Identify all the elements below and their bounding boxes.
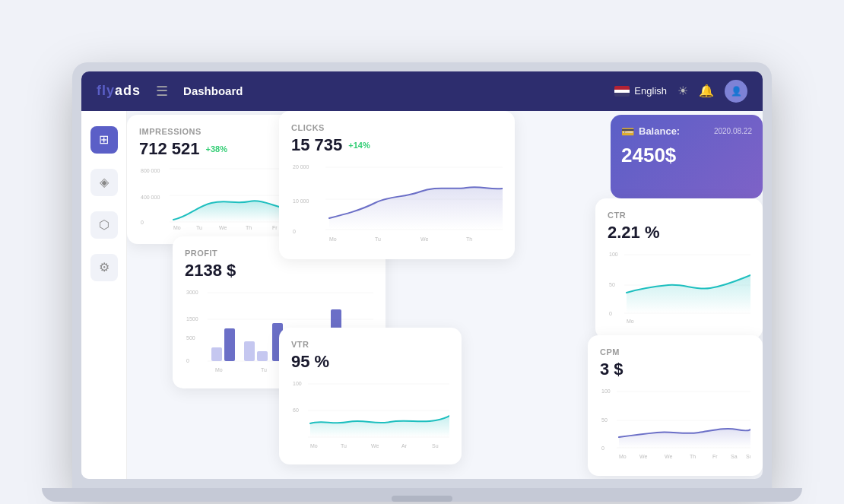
vtr-card: VTR 95 % 1 [279, 328, 462, 464]
svg-text:Tu: Tu [261, 367, 267, 372]
svg-text:We: We [219, 225, 227, 230]
svg-rect-39 [257, 351, 268, 361]
cpm-label: CPM [600, 347, 750, 357]
svg-text:3000: 3000 [186, 290, 198, 295]
svg-text:Su: Su [746, 454, 750, 459]
cpm-card: CPM 3 $ 10 [588, 335, 763, 476]
sidebar-item-analytics[interactable]: ⬡ [90, 211, 118, 239]
sidebar: ⊞ ◈ ⬡ ⚙ [81, 111, 127, 479]
svg-text:Sa: Sa [731, 454, 738, 459]
balance-value: 2450$ [621, 144, 752, 167]
svg-text:Mo: Mo [173, 225, 181, 230]
balance-date: 2020.08.22 [714, 127, 752, 135]
clicks-card: Clicks 15 735 +14% [279, 111, 515, 259]
svg-text:Su: Su [432, 443, 439, 449]
svg-text:We: We [665, 454, 672, 459]
svg-text:0: 0 [609, 311, 612, 316]
svg-text:Mo: Mo [627, 319, 634, 324]
svg-text:Tu: Tu [375, 236, 381, 242]
balance-card: 💳 Balance: 2020.08.22 2450$ [611, 115, 763, 198]
svg-text:50: 50 [601, 417, 608, 423]
ctr-card: CTR 2.21 % [595, 198, 763, 339]
svg-text:0: 0 [186, 358, 189, 363]
laptop-base [42, 488, 802, 502]
svg-text:0: 0 [293, 229, 296, 234]
clicks-label: Clicks [291, 123, 503, 132]
svg-rect-36 [211, 347, 222, 361]
topnav: flyads ☰ Dashboard English ☀ 🔔 👤 [81, 71, 763, 111]
svg-text:60: 60 [293, 407, 299, 413]
nav-title: Dashboard [183, 84, 599, 97]
bell-icon[interactable]: 🔔 [699, 84, 714, 98]
svg-text:Tu: Tu [196, 225, 202, 230]
svg-text:Mo: Mo [329, 236, 337, 242]
laptop-notch [392, 496, 452, 502]
clicks-value: 15 735 +14% [291, 135, 503, 155]
vtr-value: 95 % [291, 352, 449, 372]
svg-text:100: 100 [601, 388, 611, 394]
dashboard: flyads ☰ Dashboard English ☀ 🔔 👤 [81, 71, 763, 479]
flag-icon [614, 86, 630, 97]
svg-text:1500: 1500 [186, 316, 198, 322]
svg-rect-38 [244, 341, 255, 361]
svg-text:Mo: Mo [215, 367, 223, 372]
profit-value: 2138 $ [185, 261, 373, 281]
brightness-icon[interactable]: ☀ [677, 84, 688, 98]
sidebar-item-dashboard[interactable]: ⊞ [90, 126, 118, 154]
vtr-label: VTR [291, 340, 449, 349]
svg-text:Mo: Mo [310, 443, 318, 449]
ctr-chart: 100 50 0 Mo [608, 249, 750, 331]
sidebar-item-settings[interactable]: ⚙ [90, 254, 118, 281]
card-icon: 💳 [621, 125, 634, 138]
balance-label: Balance: [639, 125, 680, 137]
svg-text:100: 100 [609, 252, 618, 257]
language-label: English [634, 85, 667, 97]
impressions-badge: +38% [206, 144, 227, 154]
scene: flyads ☰ Dashboard English ☀ 🔔 👤 [42, 17, 802, 488]
sidebar-item-campaigns[interactable]: ◈ [90, 169, 118, 196]
main-grid: Impressions 712 521 +38% [127, 111, 763, 479]
svg-text:100: 100 [293, 381, 302, 386]
svg-text:800 000: 800 000 [141, 168, 160, 173]
laptop-screen: flyads ☰ Dashboard English ☀ 🔔 👤 [81, 71, 763, 479]
svg-text:0: 0 [601, 445, 604, 451]
balance-top: 💳 Balance: 2020.08.22 [621, 125, 752, 138]
avatar[interactable]: 👤 [725, 80, 747, 103]
ctr-label: CTR [608, 211, 750, 220]
nav-right: English ☀ 🔔 👤 [614, 80, 747, 103]
clicks-badge: +14% [348, 141, 370, 150]
svg-text:500: 500 [186, 335, 195, 341]
svg-text:Ar: Ar [401, 443, 408, 449]
language-selector[interactable]: English [614, 85, 667, 97]
laptop-body: flyads ☰ Dashboard English ☀ 🔔 👤 [72, 62, 772, 488]
svg-rect-37 [224, 328, 235, 361]
svg-text:20 000: 20 000 [293, 164, 309, 170]
svg-text:10 000: 10 000 [293, 198, 309, 204]
cpm-value: 3 $ [600, 360, 750, 379]
svg-text:Th: Th [466, 236, 472, 242]
svg-text:0: 0 [141, 220, 144, 225]
svg-text:Tu: Tu [341, 443, 347, 449]
svg-text:We: We [420, 236, 428, 242]
svg-text:50: 50 [609, 282, 615, 287]
clicks-chart: 20 000 10 000 0 Mo Tu [291, 161, 503, 252]
vtr-chart: 100 60 Mo Tu We [291, 378, 449, 461]
svg-text:Fr: Fr [272, 225, 278, 230]
cpm-chart: 100 50 0 Mo We [600, 385, 750, 472]
svg-text:Th: Th [246, 225, 252, 230]
svg-text:We: We [371, 443, 379, 449]
content-area: ⊞ ◈ ⬡ ⚙ Impressions 712 521 +38% [81, 111, 763, 479]
svg-text:Th: Th [690, 454, 696, 459]
logo: flyads [97, 83, 141, 99]
svg-text:Fr: Fr [712, 454, 718, 459]
menu-icon[interactable]: ☰ [156, 83, 168, 100]
ctr-value: 2.21 % [608, 223, 750, 242]
svg-text:We: We [639, 454, 647, 459]
svg-text:400 000: 400 000 [141, 195, 160, 200]
svg-text:Mo: Mo [619, 454, 627, 459]
